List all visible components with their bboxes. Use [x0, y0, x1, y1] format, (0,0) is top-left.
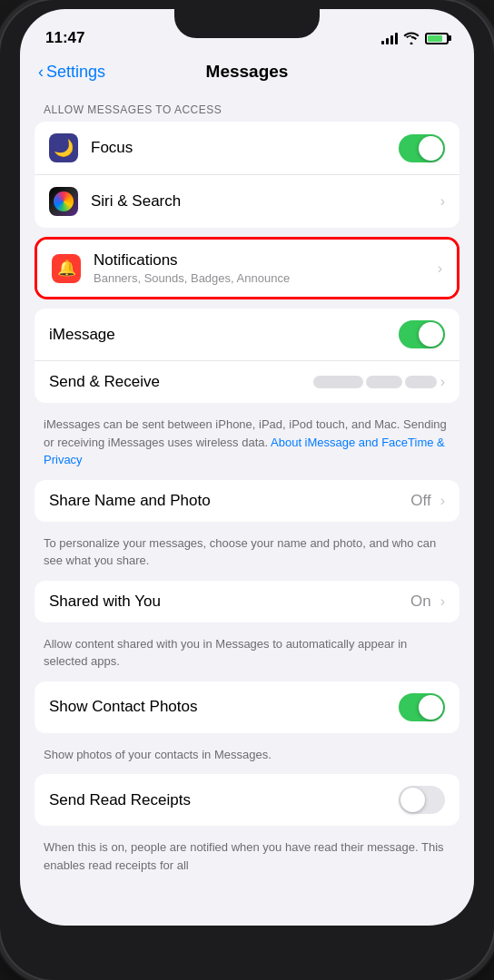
share-name-content: Share Name and Photo [49, 492, 410, 510]
bell-icon: 🔔 [57, 259, 76, 278]
shared-with-you-content: Shared with You [49, 593, 410, 611]
notifications-row-wrapper: 🔔 Notifications Banners, Sounds, Badges,… [35, 237, 459, 299]
shared-with-you-chevron-icon: › [440, 593, 445, 610]
notifications-icon-bg: 🔔 [52, 254, 81, 283]
notifications-subtitle: Banners, Sounds, Badges, Announce [94, 271, 434, 285]
send-receive-label: Send & Receive [49, 373, 313, 391]
nav-bar: ‹ Settings Messages [20, 54, 474, 89]
read-receipts-info-text: When this is on, people are notified whe… [44, 840, 444, 872]
contact-photos-content: Show Contact Photos [49, 698, 399, 716]
share-name-card: Share Name and Photo Off › [35, 480, 459, 522]
notifications-content: Notifications Banners, Sounds, Badges, A… [94, 251, 434, 285]
shared-with-you-right: On › [410, 593, 445, 611]
read-receipts-card: Send Read Receipts [35, 774, 459, 826]
imessage-row: iMessage [35, 309, 459, 361]
notch [174, 9, 320, 38]
siri-orb-icon [54, 191, 74, 211]
shared-with-you-card: Shared with You On › [35, 581, 459, 622]
imessage-info: iMessages can be sent between iPhone, iP… [35, 412, 459, 480]
read-receipts-content: Send Read Receipts [49, 791, 399, 809]
focus-label: Focus [91, 139, 399, 157]
share-name-info-text: To personalize your messages, choose you… [44, 536, 436, 568]
read-receipts-label: Send Read Receipts [49, 791, 399, 809]
contact-photos-label: Show Contact Photos [49, 698, 399, 716]
imessage-card: iMessage Send & Receive [35, 309, 459, 403]
blur-pill-1 [313, 376, 363, 388]
blur-pill-3 [405, 376, 437, 388]
status-icons [381, 32, 449, 44]
moon-icon: 🌙 [54, 138, 74, 158]
blur-pill-2 [366, 376, 402, 388]
contact-photos-info: Show photos of your contacts in Messages… [35, 742, 459, 775]
send-receive-chevron-icon: › [440, 374, 445, 390]
page-title: Messages [206, 62, 289, 82]
notifications-chevron-icon: › [438, 260, 442, 277]
shared-with-you-row[interactable]: Shared with You On › [35, 581, 459, 622]
notifications-label: Notifications [94, 251, 434, 270]
siri-search-row[interactable]: Siri & Search › [35, 175, 459, 228]
imessage-content: iMessage [49, 326, 399, 344]
focus-row: 🌙 Focus [35, 122, 459, 175]
contact-photos-info-text: Show photos of your contacts in Messages… [44, 748, 272, 761]
siri-search-label: Siri & Search [91, 192, 437, 211]
shared-with-you-value: On [410, 593, 431, 611]
read-receipts-toggle[interactable] [399, 786, 445, 814]
chevron-left-icon: ‹ [38, 63, 44, 82]
send-receive-content: Send & Receive [49, 373, 313, 391]
siri-search-chevron-icon: › [440, 193, 445, 210]
battery-icon [425, 33, 449, 44]
read-receipts-row: Send Read Receipts [35, 774, 459, 826]
shared-with-you-label: Shared with You [49, 593, 410, 611]
contact-photos-toggle[interactable] [399, 693, 445, 721]
share-name-value: Off [410, 492, 430, 510]
focus-toggle[interactable] [399, 134, 445, 162]
shared-with-you-info-text: Allow content shared with you in Message… [44, 637, 407, 669]
share-name-chevron-icon: › [440, 493, 445, 509]
siri-icon-bg [49, 187, 78, 216]
back-label: Settings [46, 63, 105, 82]
allow-access-card: 🌙 Focus Siri & Search [35, 122, 459, 228]
imessage-toggle[interactable] [399, 320, 445, 348]
contact-photos-card: Show Contact Photos [35, 681, 459, 733]
share-name-label: Share Name and Photo [49, 492, 410, 510]
phone-frame: 11:47 ‹ Settings Messages [0, 0, 494, 980]
signal-bars-icon [381, 32, 398, 44]
content-area: ALLOW MESSAGES TO ACCESS 🌙 Focus [20, 89, 474, 906]
allow-access-header: ALLOW MESSAGES TO ACCESS [35, 89, 459, 122]
read-receipts-info: When this is on, people are notified whe… [35, 835, 459, 885]
back-button[interactable]: ‹ Settings [38, 63, 105, 82]
contact-photos-row: Show Contact Photos [35, 681, 459, 733]
share-name-row[interactable]: Share Name and Photo Off › [35, 480, 459, 522]
status-time: 11:47 [45, 29, 84, 47]
send-receive-row[interactable]: Send & Receive › [35, 361, 459, 403]
siri-search-content: Siri & Search [91, 192, 437, 211]
focus-content: Focus [91, 139, 399, 157]
share-name-right: Off › [410, 492, 445, 510]
screen: 11:47 ‹ Settings Messages [20, 9, 474, 926]
share-name-info: To personalize your messages, choose you… [35, 531, 459, 581]
shared-with-you-info: Allow content shared with you in Message… [35, 632, 459, 681]
send-receive-blurred [313, 376, 437, 388]
imessage-label: iMessage [49, 326, 399, 344]
notifications-row[interactable]: 🔔 Notifications Banners, Sounds, Badges,… [37, 240, 457, 297]
focus-icon-bg: 🌙 [49, 133, 78, 162]
wifi-icon [403, 32, 420, 44]
